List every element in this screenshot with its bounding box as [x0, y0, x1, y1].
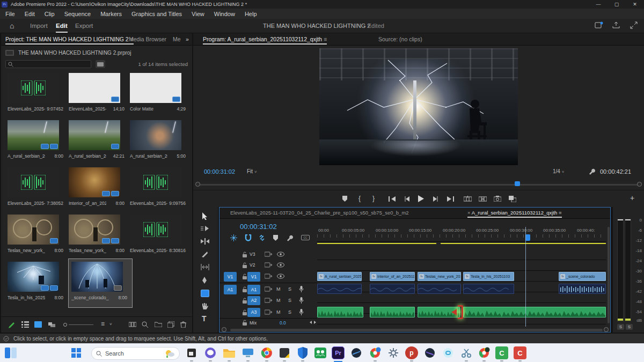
source-patch-a1[interactable]: A1 [224, 285, 237, 294]
new-bin-icon[interactable] [155, 321, 162, 327]
taskbar-sphere-icon[interactable] [350, 346, 363, 359]
scrubber-left-handle[interactable] [195, 182, 200, 187]
lock-icon[interactable] [242, 262, 247, 268]
menu-window[interactable]: Window [214, 11, 235, 17]
go-to-out-icon[interactable] [447, 196, 454, 202]
timeline-clip-audio[interactable] [418, 284, 461, 294]
play-button[interactable] [418, 195, 424, 202]
taskbar-premiere-icon[interactable]: Pr [332, 346, 345, 359]
lock-icon[interactable] [242, 274, 247, 279]
sort-chevron-icon[interactable]: ˅ [109, 322, 112, 327]
taskbar-defender-icon[interactable] [296, 346, 309, 359]
lock-icon[interactable] [242, 252, 247, 257]
widgets-icon[interactable] [4, 346, 17, 359]
zoom-slider-handle[interactable] [63, 323, 67, 327]
maximize-button[interactable]: ▢ [608, 0, 626, 9]
extract-icon[interactable] [479, 196, 487, 202]
rectangle-tool-active[interactable] [201, 290, 209, 297]
timeline-clip-video[interactable]: Interior_of_an_2025110 [370, 272, 415, 281]
timeline-zoom-out-handle[interactable] [222, 327, 226, 332]
type-tool[interactable]: T [202, 314, 207, 323]
track-name-a2[interactable]: A2 [247, 296, 260, 305]
program-playhead[interactable] [515, 181, 520, 186]
taskbar-brain-icon[interactable] [442, 346, 455, 359]
taskbar-settings-icon[interactable] [387, 346, 400, 359]
project-item[interactable]: A_rural_serbian_202..42:21 [69, 120, 127, 163]
fullscreen-icon[interactable] [630, 21, 638, 29]
video-preview[interactable] [319, 48, 518, 165]
taskbar-camtasia-icon[interactable]: C [495, 346, 508, 359]
timeline-ruler[interactable]: 00:00 00:00:05:00 00:00:10:00 00:00:15:0… [317, 220, 606, 242]
mute-button[interactable]: M [276, 286, 281, 292]
clip-thumbnail[interactable] [69, 73, 120, 103]
voiceover-mic-icon[interactable] [299, 309, 304, 315]
delete-icon[interactable] [180, 321, 186, 328]
track-name-a3[interactable]: A3 [247, 308, 260, 317]
project-item[interactable]: A_rural_serbian_2025..5:00 [130, 120, 188, 163]
icon-view-icon[interactable] [34, 321, 42, 328]
tab-sequence-inactive[interactable]: ElevenLabs_2025-11-03T20_04_25_Charlie_p… [230, 210, 409, 216]
menu-clip[interactable]: Clip [45, 11, 55, 17]
timeline-playhead-line[interactable] [525, 227, 526, 327]
tab-sequence-active[interactable]: × A_rural_serbian_202511032112_qxjth ≡ [467, 210, 562, 216]
selection-tool[interactable] [202, 212, 208, 220]
captions-icon[interactable]: CC [301, 235, 310, 240]
timeline-clip-video[interactable]: Tesla_in_his_20251103 [463, 272, 514, 281]
menu-sequence[interactable]: Sequence [64, 11, 91, 17]
timeline-clip-audio[interactable] [463, 284, 514, 294]
search-bin-filter-button[interactable] [96, 60, 105, 68]
clip-thumbnail[interactable] [69, 167, 120, 197]
hand-tool[interactable] [201, 302, 208, 309]
track-name[interactable]: V2 [250, 262, 255, 268]
project-item[interactable]: Teslas_new_york_202..8:00 [69, 215, 127, 257]
mute-button[interactable]: M [276, 309, 281, 315]
tab-project[interactable]: Project: THE MAN WHO HACKED LIGHTNING 2 … [5, 36, 134, 42]
project-item[interactable]: ElevenLabs_2025-..8:30816 [130, 215, 188, 257]
button-editor-plus-icon[interactable]: + [630, 194, 634, 202]
voiceover-mic-icon[interactable] [299, 297, 304, 304]
export-frame-icon[interactable] [494, 196, 501, 202]
clip-thumbnail[interactable] [71, 262, 123, 292]
timeline-clip-music[interactable] [317, 307, 363, 317]
quick-export-icon[interactable] [595, 21, 603, 29]
timeline-clip-audio[interactable] [317, 284, 362, 294]
linked-selection-icon[interactable] [258, 234, 266, 241]
timeline-vertical-scrollbar[interactable] [608, 227, 610, 323]
trim-out-bracket[interactable] [458, 305, 463, 319]
razor-tool[interactable] [201, 251, 208, 257]
taskbar-pc-icon[interactable] [241, 346, 254, 359]
timeline-clip-video[interactable]: A_rural_serbian_20251 [317, 272, 362, 281]
tab-edit[interactable]: Edit [56, 23, 68, 33]
timeline-timecode[interactable]: 00:00:31:02 [240, 223, 277, 231]
taskbar-p-app-icon[interactable]: p [405, 346, 418, 359]
track-output-eye-icon[interactable] [277, 252, 284, 257]
taskbar-snip-icon[interactable] [460, 346, 473, 359]
tab-export[interactable]: Export [75, 23, 93, 29]
new-item-icon[interactable] [167, 321, 174, 328]
timeline-settings-wrench-icon[interactable] [286, 234, 293, 241]
project-item[interactable]: ElevenLabs_2025-..9:09756 [130, 167, 188, 210]
taskbar-chrome-icon[interactable] [260, 346, 273, 359]
timeline-zoom-in-handle[interactable] [604, 327, 609, 332]
audio-clip-thumbnail[interactable] [130, 167, 181, 197]
sync-lock-icon[interactable] [265, 274, 272, 279]
lock-icon[interactable] [242, 286, 247, 292]
taskbar-chat-icon[interactable] [204, 346, 217, 359]
track-name-v1[interactable]: V1 [247, 272, 260, 282]
menu-help[interactable]: Help [245, 11, 257, 17]
playback-resolution-select[interactable]: 1/4 ˅ [553, 168, 564, 174]
menu-graphics-titles[interactable]: Graphics and Titles [131, 11, 182, 17]
track-output-eye-icon[interactable] [277, 262, 284, 268]
tab-metadata[interactable]: Me [173, 36, 181, 42]
keyframe-nav-icon[interactable] [310, 320, 316, 325]
solo-left-button[interactable]: S [617, 324, 624, 330]
writable-pen-icon[interactable] [8, 321, 16, 329]
automate-sequence-icon[interactable] [129, 321, 136, 328]
solo-button[interactable]: S [288, 286, 291, 292]
slip-tool[interactable] [201, 264, 209, 270]
clip-thumbnail[interactable] [69, 120, 120, 150]
minimize-button[interactable]: — [589, 0, 608, 9]
pen-tool[interactable] [201, 277, 208, 284]
go-to-in-icon[interactable] [389, 196, 396, 202]
panel-menu-icon[interactable]: ≡ [324, 36, 327, 42]
